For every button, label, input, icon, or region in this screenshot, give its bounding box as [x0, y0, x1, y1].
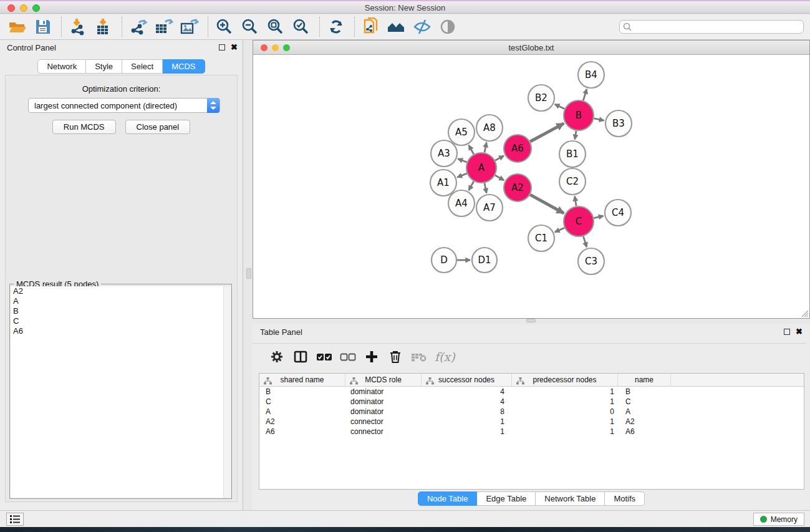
graph-edge-A-A1[interactable] [457, 173, 466, 177]
graph-edge-C-C2[interactable] [575, 196, 576, 206]
zoom-out-icon[interactable] [240, 17, 260, 37]
tab-node-table[interactable]: Node Table [418, 491, 478, 506]
gear-icon[interactable] [265, 349, 289, 365]
zoom-in-icon[interactable] [215, 17, 234, 37]
graph-node-B4[interactable]: B4 [578, 62, 604, 88]
graph-node-A8[interactable]: A8 [476, 115, 503, 141]
result-item[interactable]: C [11, 316, 223, 326]
graph-edge-C-C4[interactable] [594, 216, 603, 218]
graph-edge-B-B1[interactable] [575, 131, 576, 140]
graph-edge-A-A2[interactable] [495, 175, 504, 180]
horizontal-divider-handle[interactable] [526, 319, 536, 322]
save-session-icon[interactable] [33, 17, 53, 37]
column-header-predecessor-nodes[interactable]: predecessor nodes [512, 374, 618, 386]
graph-node-B[interactable]: B [564, 100, 594, 130]
add-column-icon[interactable] [360, 349, 383, 365]
graph-node-A2[interactable]: A2 [504, 174, 531, 201]
graph-node-D[interactable]: D [432, 248, 456, 273]
column-header-shared-name[interactable]: shared name [259, 374, 345, 386]
network-graph[interactable]: B4B2BB3A8A5A6A3B1AA1C2A2A4A7C4CC1C3DD1 [253, 55, 809, 318]
tab-edge-table[interactable]: Edge Table [477, 491, 536, 506]
graph-edge-A-A7[interactable] [485, 183, 486, 193]
table-row[interactable]: A6connector11A6 [259, 427, 804, 437]
hide-panel-icon[interactable] [412, 17, 432, 37]
column-header-name[interactable]: name [618, 374, 671, 386]
cyndex-home-icon[interactable] [387, 17, 407, 37]
graph-node-A3[interactable]: A3 [431, 140, 457, 167]
refresh-layout-icon[interactable] [326, 17, 346, 37]
graph-edge-A-A6[interactable] [495, 156, 504, 160]
run-mcds-button[interactable]: Run MCDS [52, 120, 116, 134]
table-row[interactable]: A2connector11A2 [259, 417, 804, 427]
task-history-button[interactable] [6, 513, 24, 526]
table-row[interactable]: Cdominator41C [259, 397, 804, 407]
column-header-mcds-role[interactable]: MCDS role [345, 374, 422, 386]
tab-mcds[interactable]: MCDS [163, 59, 205, 74]
column-header-successor-nodes[interactable]: successor nodes [422, 374, 512, 386]
criterion-select[interactable]: largest connected component (directed) [28, 98, 220, 113]
export-network-icon[interactable] [128, 17, 148, 37]
graph-edge-A-A4[interactable] [469, 181, 474, 190]
graph-node-C[interactable]: C [564, 206, 594, 236]
table-row[interactable]: Adominator80A [259, 407, 804, 417]
import-network-icon[interactable] [68, 17, 88, 37]
graph-node-A6[interactable]: A6 [504, 135, 531, 162]
export-image-icon[interactable] [180, 17, 200, 37]
graph-node-A1[interactable]: A1 [430, 170, 456, 196]
tab-network[interactable]: Network [37, 59, 86, 74]
graph-edge-B-B4[interactable] [583, 89, 587, 100]
graph-edge-B-B2[interactable] [555, 104, 565, 109]
close-panel-icon[interactable]: ✖ [231, 44, 238, 51]
result-item[interactable]: A [11, 296, 223, 306]
graph-node-C2[interactable]: C2 [559, 168, 586, 195]
float-panel-icon[interactable] [219, 44, 225, 51]
zoom-selected-icon[interactable] [291, 17, 311, 37]
graph-edge-A-A5[interactable] [469, 145, 474, 154]
import-table-icon[interactable] [94, 17, 113, 37]
tab-network-table[interactable]: Network Table [536, 491, 605, 506]
result-item[interactable]: A2 [11, 286, 223, 296]
export-table-icon[interactable] [154, 17, 174, 37]
float-table-panel-icon[interactable] [784, 329, 790, 335]
column-visibility-icon[interactable] [289, 349, 312, 365]
result-item[interactable]: B [11, 306, 223, 316]
graph-edge-B-B3[interactable] [594, 118, 604, 120]
graph-node-D1[interactable]: D1 [472, 248, 497, 273]
function-builder-icon[interactable]: f(x) [435, 350, 455, 364]
result-item[interactable]: A6 [11, 326, 223, 336]
graph-node-C3[interactable]: C3 [578, 248, 604, 274]
delete-table-icon[interactable] [407, 349, 431, 365]
resize-grip-icon[interactable] [799, 307, 809, 317]
graph-node-A7[interactable]: A7 [476, 195, 503, 221]
result-scrollbar[interactable] [223, 286, 231, 498]
graph-node-A4[interactable]: A4 [448, 190, 475, 216]
graph-edge-A-A3[interactable] [458, 159, 466, 162]
select-all-icon[interactable] [312, 349, 336, 365]
graph-edge-A6-B[interactable] [530, 123, 564, 142]
tab-select[interactable]: Select [122, 59, 163, 74]
search-input[interactable] [619, 20, 804, 34]
memory-button[interactable]: Memory [753, 513, 804, 526]
graph-node-C4[interactable]: C4 [605, 200, 631, 226]
graph-edge-C-C3[interactable] [583, 236, 586, 247]
show-panel-icon[interactable] [438, 17, 458, 37]
close-table-panel-icon[interactable]: ✖ [796, 328, 803, 336]
graph-node-B2[interactable]: B2 [528, 85, 554, 111]
graph-edge-C-C1[interactable] [555, 228, 564, 232]
graph-edge-A-A8[interactable] [485, 143, 486, 153]
duplicate-network-icon[interactable] [361, 17, 381, 37]
delete-column-icon[interactable] [383, 349, 407, 365]
graph-node-A[interactable]: A [466, 153, 496, 183]
deselect-all-icon[interactable] [336, 349, 360, 365]
graph-node-B3[interactable]: B3 [605, 110, 632, 137]
tab-style[interactable]: Style [86, 59, 122, 74]
graph-node-A5[interactable]: A5 [448, 119, 475, 145]
graph-edge-A2-C[interactable] [530, 195, 564, 213]
open-session-icon[interactable] [7, 17, 27, 37]
graph-node-B1[interactable]: B1 [559, 141, 586, 167]
tab-motifs[interactable]: Motifs [605, 491, 645, 506]
table-row[interactable]: Bdominator41B [259, 387, 804, 397]
close-panel-button[interactable]: Close panel [125, 120, 191, 134]
vertical-divider-handle[interactable] [246, 268, 251, 279]
graph-node-C1[interactable]: C1 [528, 225, 554, 251]
